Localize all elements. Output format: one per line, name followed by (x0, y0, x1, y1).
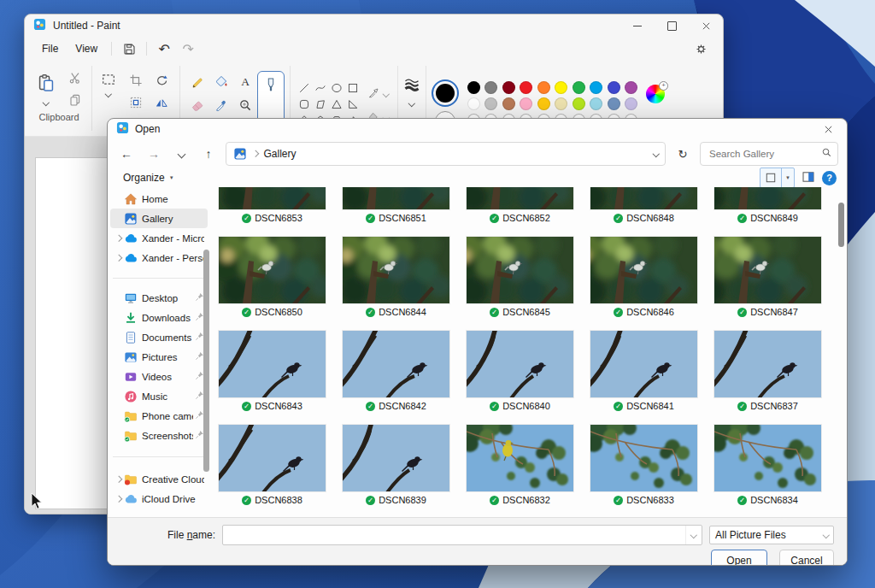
expander-chevron-icon[interactable] (114, 236, 124, 241)
file-item[interactable]: ✓DSCN6843 (219, 331, 326, 415)
file-item[interactable]: ✓DSCN6853 (219, 187, 326, 226)
flip-button[interactable] (150, 92, 173, 113)
sidebar-item-phone-camer[interactable]: Phone camer (110, 406, 208, 426)
menu-view[interactable]: View (67, 40, 106, 57)
paste-button[interactable] (32, 68, 61, 98)
pencil-tool-button[interactable] (186, 71, 208, 91)
cut-button[interactable] (64, 68, 86, 88)
color-swatch[interactable] (502, 81, 515, 94)
expander-chevron-icon[interactable] (114, 256, 124, 261)
view-mode-button[interactable] (760, 168, 781, 187)
open-button[interactable]: Open (711, 550, 767, 566)
sidebar-item-home[interactable]: Home (110, 189, 208, 209)
rotate-button[interactable] (150, 70, 173, 91)
expander-chevron-icon[interactable] (114, 477, 124, 482)
forward-button[interactable]: → (144, 144, 164, 164)
sidebar-item-screenshots[interactable]: Screenshots (110, 426, 208, 445)
file-item[interactable]: ✓DSCN6832 (467, 425, 573, 509)
sidebar-item-music[interactable]: Music (110, 386, 208, 406)
shape-curve[interactable] (313, 81, 327, 96)
file-item[interactable]: ✓DSCN6850 (219, 237, 326, 320)
file-item[interactable]: ✓DSCN6838 (219, 425, 326, 509)
file-item[interactable]: ✓DSCN6852 (467, 187, 573, 226)
undo-button[interactable]: ↶ (152, 38, 176, 59)
file-item[interactable]: ✓DSCN6846 (590, 237, 697, 320)
shape-oval[interactable] (329, 81, 344, 96)
color-swatch[interactable] (555, 97, 567, 110)
color-swatch[interactable] (484, 81, 497, 94)
chevron-down-icon[interactable] (43, 99, 50, 106)
color-swatch[interactable] (520, 81, 532, 94)
text-tool-button[interactable]: A (234, 71, 256, 91)
file-list-scrollbar[interactable] (838, 203, 844, 247)
sidebar-item-videos[interactable]: Videos (110, 367, 208, 386)
crop-button[interactable] (125, 70, 147, 91)
file-item[interactable]: ✓DSCN6834 (714, 425, 821, 509)
color-swatch[interactable] (573, 81, 585, 94)
view-mode-dropdown[interactable]: ▼ (781, 168, 794, 187)
magnifier-tool-button[interactable] (234, 95, 256, 115)
color-swatch[interactable] (467, 81, 480, 94)
color-swatch[interactable] (502, 97, 515, 110)
file-item[interactable]: ✓DSCN6840 (467, 331, 573, 415)
color-swatch[interactable] (625, 97, 637, 110)
maximize-button[interactable] (655, 15, 689, 37)
file-item[interactable]: ✓DSCN6837 (714, 331, 821, 415)
recent-locations-button[interactable] (171, 144, 191, 164)
help-button[interactable]: ? (822, 171, 837, 185)
up-button[interactable]: ↑ (198, 144, 219, 164)
address-bar[interactable]: Gallery (226, 142, 666, 166)
cancel-button[interactable]: Cancel (779, 550, 834, 566)
shape-line[interactable] (297, 81, 311, 96)
sidebar-item-gallery[interactable]: Gallery (110, 209, 208, 228)
line-thickness-button[interactable] (403, 76, 420, 96)
shape-rectangle[interactable] (345, 81, 360, 96)
close-button[interactable] (809, 119, 847, 139)
shape-outline-button[interactable] (367, 86, 389, 102)
file-item[interactable]: ✓DSCN6841 (590, 331, 697, 415)
edit-colors-button[interactable]: + (646, 85, 665, 103)
select-button[interactable] (97, 69, 120, 90)
expander-chevron-icon[interactable] (114, 497, 124, 502)
file-item[interactable]: ✓DSCN6845 (467, 237, 573, 320)
search-input[interactable] (708, 148, 821, 160)
close-button[interactable] (689, 15, 723, 37)
file-item[interactable]: ✓DSCN6849 (714, 187, 821, 226)
file-item[interactable]: ✓DSCN6847 (714, 237, 821, 320)
shape-quadrilateral[interactable] (313, 97, 327, 112)
sidebar-item-downloads[interactable]: Downloads (110, 308, 208, 327)
file-name-dropdown[interactable] (685, 526, 702, 544)
file-item[interactable]: ✓DSCN6848 (590, 187, 697, 226)
file-item[interactable]: ✓DSCN6839 (343, 425, 449, 509)
file-name-input[interactable] (223, 526, 685, 544)
minimize-button[interactable] (620, 15, 655, 37)
color-swatch[interactable] (590, 97, 602, 110)
color-swatch[interactable] (590, 81, 602, 94)
redo-button[interactable]: ↷ (176, 38, 200, 59)
refresh-button[interactable]: ↻ (672, 144, 693, 164)
file-item[interactable]: ✓DSCN6842 (343, 331, 449, 415)
color-swatch[interactable] (484, 97, 497, 110)
shape-rounded-rectangle[interactable] (297, 97, 311, 112)
file-item[interactable]: ✓DSCN6844 (343, 237, 449, 320)
color-swatch[interactable] (608, 97, 620, 110)
color-swatch[interactable] (573, 97, 585, 110)
sidebar-item-pictures[interactable]: Pictures (110, 347, 208, 367)
sidebar-item-xander-person[interactable]: Xander - Person (110, 248, 208, 268)
color1-selector[interactable] (432, 79, 459, 107)
sidebar-scrollbar[interactable] (203, 250, 209, 472)
file-type-select[interactable]: All Picture Files (709, 526, 834, 544)
sidebar-item-desktop[interactable]: Desktop (110, 288, 208, 308)
fill-tool-button[interactable] (210, 71, 232, 91)
menu-file[interactable]: File (33, 40, 67, 57)
eraser-tool-button[interactable] (186, 95, 208, 115)
color-swatch[interactable] (467, 97, 480, 110)
sidebar-item-creative-cloud-f[interactable]: Creative Cloud F (110, 469, 208, 489)
color-swatch[interactable] (537, 97, 550, 110)
resize-button[interactable] (125, 92, 147, 113)
file-item[interactable]: ✓DSCN6851 (343, 187, 449, 226)
shape-triangle[interactable] (329, 97, 344, 112)
color-swatch[interactable] (608, 81, 620, 94)
settings-gear-icon[interactable] (690, 38, 711, 59)
color-swatch[interactable] (625, 81, 637, 94)
